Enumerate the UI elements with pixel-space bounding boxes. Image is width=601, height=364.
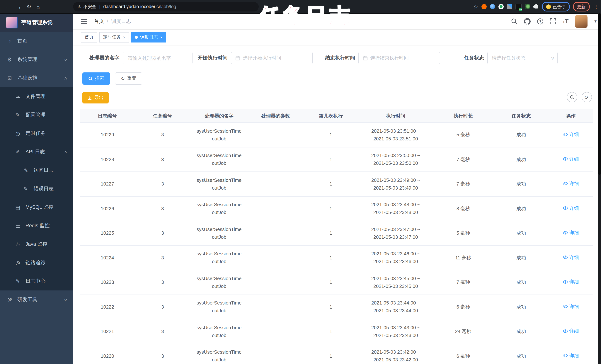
time-end: 2021-05-03 23:49:00 [358, 184, 433, 192]
detail-link[interactable]: 详细 [563, 253, 579, 261]
sidebar-item-首页[interactable]: ◔首页 [0, 32, 73, 50]
extension-icon-leaf[interactable] [525, 4, 530, 9]
filter-label: 开始执行时间 [198, 55, 228, 61]
detail-link[interactable]: 详细 [563, 155, 579, 163]
time-start: 2021-05-03 23:48:00 ~ [358, 201, 433, 209]
sidebar-item-系统管理[interactable]: ⚙系统管理∨ [0, 50, 73, 69]
refresh-table-icon[interactable]: ⟳ [581, 92, 592, 102]
detail-link[interactable]: 详细 [563, 229, 579, 236]
cell-action: 详细 [549, 253, 593, 262]
cell-log-id: 10221 [80, 328, 135, 335]
sidebar-item-MySQL 监控[interactable]: ▤MySQL 监控 [0, 198, 73, 217]
sidebar-logo-row[interactable]: 芋道管理系统 [0, 13, 73, 32]
cell-duration: 24 毫秒 [433, 328, 493, 335]
browser-scrollbar[interactable] [598, 13, 601, 364]
extension-icon-on-badge[interactable]: on [515, 3, 522, 10]
reload-icon[interactable]: ↻ [27, 3, 31, 10]
extensions-puzzle-icon[interactable] [534, 5, 538, 9]
sidebar-item-错误日志[interactable]: ✎错误日志 [0, 180, 73, 198]
extension-icon-blue-bulb[interactable] [490, 4, 495, 9]
time-end: 2021-05-03 23:46:00 [358, 258, 433, 265]
help-icon[interactable]: ? [537, 18, 543, 25]
detail-link[interactable]: 详细 [563, 278, 579, 286]
cell-handler: sysUserSessionTimeoutJob [190, 348, 248, 364]
detail-link-label: 详细 [569, 303, 579, 310]
font-size-icon[interactable]: TT [562, 19, 569, 24]
user-caret-down-icon[interactable]: ▼ [594, 19, 597, 23]
bookmark-star-icon[interactable]: ☆ [473, 4, 478, 10]
browser-update-button[interactable]: 更新 [573, 2, 590, 11]
detail-link[interactable]: 详细 [563, 204, 579, 212]
cell-index: 1 [303, 328, 358, 335]
profile-paused-badge[interactable]: 已暂停 [542, 2, 570, 11]
table-row: 102263sysUserSessionTimeoutJob12021-05-0… [80, 196, 593, 221]
sidebar-item-研发工具[interactable]: ⚒研发工具∨ [0, 291, 73, 309]
sidebar-collapse-icon[interactable] [81, 19, 87, 24]
handler-name: sysUserSessionTimeoutJob [195, 348, 243, 364]
job-status-select[interactable]: 请选择任务状态∨ [487, 52, 558, 64]
breadcrumb-home[interactable]: 首页 [94, 18, 104, 25]
home-icon[interactable]: ⌂ [36, 3, 40, 10]
avatar[interactable] [575, 15, 587, 28]
github-icon[interactable] [524, 18, 531, 25]
cell-time: 2021-05-03 23:48:00 ~2021-05-03 23:48:00 [358, 201, 433, 216]
handler-name: sysUserSessionTimeoutJob [195, 152, 243, 167]
detail-link[interactable]: 详细 [563, 131, 579, 138]
address-bar[interactable]: ⚠ 不安全 | dashboard.yudao.iocoder.cn /job/… [73, 2, 259, 11]
sidebar-item-label: Java 监控 [26, 241, 48, 248]
cell-action: 详细 [549, 204, 593, 213]
filter-处理器的名字: 处理器的名字 [90, 52, 192, 64]
forward-icon[interactable]: → [16, 3, 21, 10]
time-end: 2021-05-03 23:43:00 [358, 332, 433, 339]
cell-job-id: 3 [135, 180, 190, 188]
detail-link-label: 详细 [569, 327, 579, 335]
handler-name-input-field[interactable] [127, 55, 188, 61]
sidebar-item-Redis 监控[interactable]: ☰Redis 监控 [0, 217, 73, 235]
sidebar-item-基础设施[interactable]: ⊡基础设施∧ [0, 69, 73, 87]
cell-time: 2021-05-03 23:42:00 ~2021-05-03 23:42:00 [358, 348, 433, 364]
scrollbar-thumb[interactable] [598, 13, 601, 175]
monitor-icon: ⊡ [7, 75, 13, 81]
search-button[interactable]: 搜索 [82, 72, 110, 85]
export-button[interactable]: 导出 [82, 92, 109, 103]
detail-link[interactable]: 详细 [563, 327, 579, 335]
chevron-up-icon: ∧ [64, 150, 68, 154]
toggle-search-icon[interactable] [567, 92, 577, 102]
sidebar-item-Java 监控[interactable]: ☕Java 监控 [0, 235, 73, 253]
cell-time: 2021-05-03 23:44:00 ~2021-05-03 23:44:00 [358, 299, 433, 315]
sidebar-item-日志中心[interactable]: ✎日志中心 [0, 272, 73, 291]
sidebar-item-定时任务[interactable]: ◷定时任务 [0, 124, 73, 143]
table-header-row: 日志编号任务编号处理器的名字处理器的参数第几次执行执行时间执行时长任务状态操作 [80, 109, 593, 123]
extension-icon-orange[interactable] [481, 4, 487, 9]
column-header-任务编号: 任务编号 [135, 112, 190, 120]
tag-首页[interactable]: 首页 [81, 32, 97, 42]
sidebar-item-API 日志[interactable]: ✐API 日志∧ [0, 143, 73, 161]
tag-close-icon[interactable]: × [123, 35, 125, 39]
tag-调度日志[interactable]: 调度日志× [131, 32, 166, 42]
handler-name-input[interactable] [123, 52, 192, 64]
detail-link[interactable]: 详细 [563, 303, 579, 310]
sidebar-item-访问日志[interactable]: ✎访问日志 [0, 161, 73, 180]
edit-icon: ✎ [15, 278, 21, 284]
cell-time: 2021-05-03 23:51:00 ~2021-05-03 23:51:00 [358, 127, 433, 143]
sidebar-item-配置管理[interactable]: ✎配置管理 [0, 106, 73, 124]
detail-link[interactable]: 详细 [563, 180, 579, 187]
search-icon[interactable] [511, 18, 518, 25]
extension-icon-grid[interactable] [507, 4, 512, 9]
date-picker-input[interactable]: 选择开始执行时间 [231, 52, 313, 64]
eye-icon: ◎ [15, 260, 21, 266]
detail-link[interactable]: 详细 [563, 352, 579, 359]
tag-定时任务[interactable]: 定时任务× [100, 32, 129, 42]
cell-duration: 7 毫秒 [433, 180, 493, 188]
sidebar-item-链路追踪[interactable]: ◎链路追踪 [0, 253, 73, 272]
sidebar-item-文件管理[interactable]: ☁文件管理 [0, 87, 73, 106]
time-end: 2021-05-03 23:44:00 [358, 307, 433, 315]
back-icon[interactable]: ← [5, 3, 11, 10]
time-start: 2021-05-03 23:50:00 ~ [358, 152, 433, 160]
date-picker-input[interactable]: 选择结束执行时间 [358, 52, 440, 64]
reset-button[interactable]: ↻ 重置 [115, 72, 142, 85]
tag-close-icon[interactable]: × [160, 35, 163, 39]
browser-menu-icon[interactable]: ⋮ [594, 4, 599, 10]
extension-icon-green[interactable] [499, 4, 504, 9]
fullscreen-icon[interactable] [550, 18, 556, 25]
